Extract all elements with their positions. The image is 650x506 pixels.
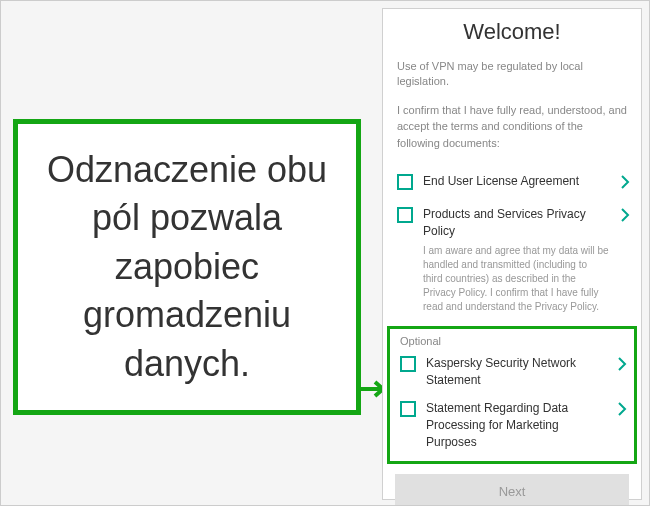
item-label: End User License Agreement xyxy=(423,173,609,190)
chevron-right-icon[interactable] xyxy=(619,207,631,223)
item-label: Products and Services Privacy Policy xyxy=(423,206,609,240)
agreement-item-privacy[interactable]: Products and Services Privacy Policy I a… xyxy=(383,198,641,322)
page-title: Welcome! xyxy=(383,19,641,45)
agreement-item-ksn[interactable]: Kaspersky Security Network Statement xyxy=(390,349,634,395)
footer: Next xyxy=(383,464,641,506)
callout-text: Odznaczenie obu pól pozwala zapobiec gro… xyxy=(38,146,336,389)
confirmation-intro: I confirm that I have fully read, unders… xyxy=(383,102,641,152)
chevron-right-icon[interactable] xyxy=(616,401,628,417)
item-description: I am aware and agree that my data will b… xyxy=(423,244,609,314)
checkbox-eula[interactable] xyxy=(397,174,413,190)
item-label: Statement Regarding Data Processing for … xyxy=(426,400,606,450)
chevron-right-icon[interactable] xyxy=(619,174,631,190)
item-content: Kaspersky Security Network Statement xyxy=(426,355,606,389)
checkbox-ksn[interactable] xyxy=(400,356,416,372)
item-label: Kaspersky Security Network Statement xyxy=(426,355,606,389)
optional-section-highlight: Optional Kaspersky Security Network Stat… xyxy=(387,326,637,464)
item-content: Statement Regarding Data Processing for … xyxy=(426,400,606,450)
item-content: End User License Agreement xyxy=(423,173,609,190)
welcome-screen: Welcome! Use of VPN may be regulated by … xyxy=(382,8,642,500)
checkbox-marketing[interactable] xyxy=(400,401,416,417)
item-content: Products and Services Privacy Policy I a… xyxy=(423,206,609,314)
optional-label: Optional xyxy=(390,335,634,347)
callout-annotation: Odznaczenie obu pól pozwala zapobiec gro… xyxy=(13,119,361,415)
checkbox-privacy[interactable] xyxy=(397,207,413,223)
agreement-item-eula[interactable]: End User License Agreement xyxy=(383,165,641,198)
agreement-item-marketing[interactable]: Statement Regarding Data Processing for … xyxy=(390,394,634,456)
chevron-right-icon[interactable] xyxy=(616,356,628,372)
regulation-notice: Use of VPN may be regulated by local leg… xyxy=(383,59,641,90)
next-button[interactable]: Next xyxy=(395,474,629,506)
